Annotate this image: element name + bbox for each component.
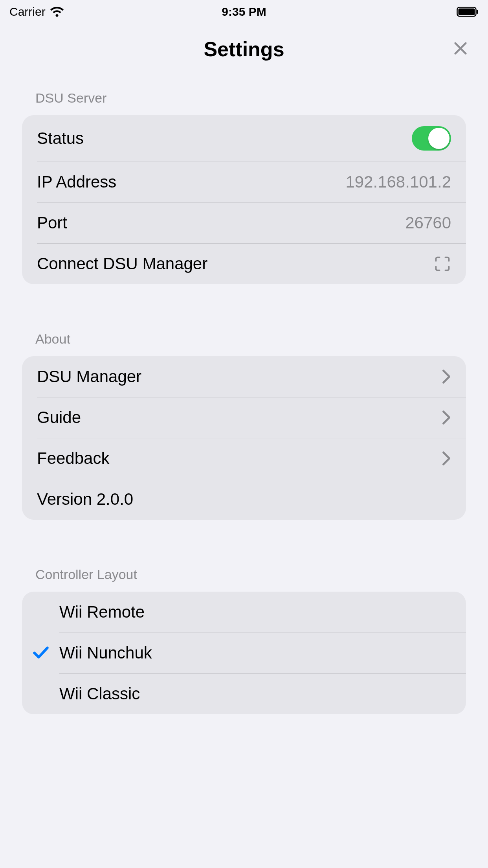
checkmark-icon: [32, 644, 50, 662]
nav-header: Settings: [0, 24, 488, 75]
svg-rect-1: [459, 9, 475, 15]
port-value: 26760: [405, 213, 451, 232]
layout-option-wii-remote[interactable]: Wii Remote: [22, 592, 466, 633]
page-title: Settings: [204, 37, 284, 61]
layout-option-wii-nunchuk[interactable]: Wii Nunchuk: [22, 633, 466, 673]
row-label: Feedback: [37, 449, 442, 468]
battery-icon: [457, 7, 479, 17]
version-label: Version 2.0.0: [37, 490, 451, 509]
carrier-label: Carrier: [9, 5, 46, 18]
check-slot: [22, 644, 59, 662]
scan-icon: [434, 255, 451, 272]
status-right: [457, 7, 479, 17]
row-connect-dsu-manager[interactable]: Connect DSU Manager: [22, 243, 466, 284]
section-header-about: About: [0, 331, 488, 356]
chevron-right-icon: [442, 410, 451, 425]
layout-label: Wii Remote: [59, 603, 145, 622]
status-toggle[interactable]: [412, 126, 451, 151]
group-about: DSU Manager Guide Feedback: [22, 356, 466, 520]
status-bar: Carrier 9:35 PM: [0, 0, 488, 24]
chevron-right-icon: [442, 369, 451, 384]
row-status[interactable]: Status: [22, 115, 466, 162]
row-feedback[interactable]: Feedback: [22, 438, 466, 479]
row-label: Status: [37, 129, 412, 148]
row-label: Guide: [37, 408, 442, 427]
layout-option-wii-classic[interactable]: Wii Classic: [22, 673, 466, 714]
toggle-knob: [428, 128, 449, 149]
row-guide[interactable]: Guide: [22, 397, 466, 438]
group-dsu-server: Status IP Address 192.168.101.2 Port 267…: [22, 115, 466, 284]
row-label: DSU Manager: [37, 367, 442, 386]
row-label: Connect DSU Manager: [37, 254, 434, 273]
status-left: Carrier: [9, 5, 64, 18]
section-header-dsu-server: DSU Server: [0, 90, 488, 115]
row-label: Port: [37, 213, 405, 232]
layout-label: Wii Classic: [59, 684, 140, 703]
wifi-icon: [50, 7, 64, 17]
section-header-controller-layout: Controller Layout: [0, 567, 488, 592]
row-ip-address: IP Address 192.168.101.2: [22, 162, 466, 202]
row-version: Version 2.0.0: [22, 479, 466, 520]
close-icon: [453, 51, 468, 57]
close-button[interactable]: [453, 40, 468, 58]
chevron-right-icon: [442, 451, 451, 466]
layout-label: Wii Nunchuk: [59, 644, 152, 662]
group-controller-layout: Wii Remote Wii Nunchuk Wii Classic: [22, 592, 466, 714]
row-dsu-manager[interactable]: DSU Manager: [22, 356, 466, 397]
svg-rect-2: [477, 10, 478, 14]
row-port: Port 26760: [22, 202, 466, 243]
ip-address-value: 192.168.101.2: [345, 173, 451, 191]
row-label: IP Address: [37, 173, 345, 191]
status-time: 9:35 PM: [222, 5, 266, 18]
